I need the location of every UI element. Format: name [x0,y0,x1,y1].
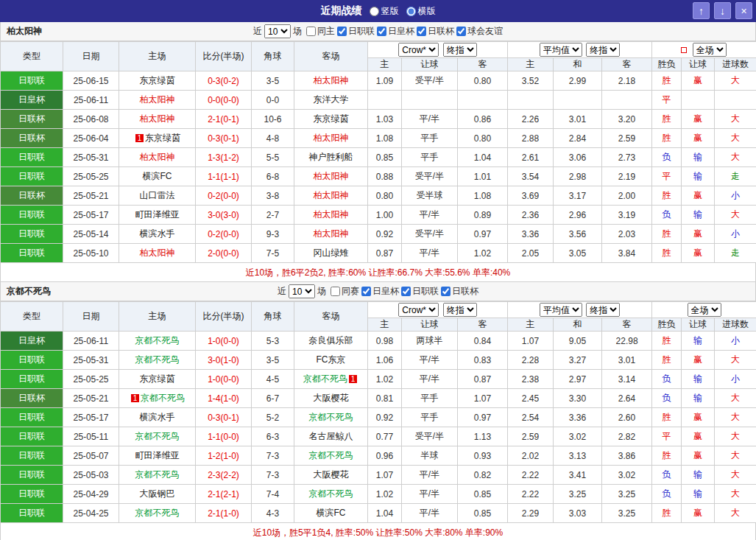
checkbox-input[interactable] [377,27,386,36]
filter-checkbox[interactable]: 日职联 [337,25,375,38]
odds-cell: 平/半 [402,485,458,504]
corner-cell: 6-8 [252,167,294,186]
final-odds-select[interactable]: 终指 [443,303,477,317]
away-team-cell: 东京绿茵 [294,110,368,129]
final-odds-select-2[interactable]: 终指 [586,303,620,317]
layout-radio-vertical[interactable]: 竖版 [370,5,399,18]
away-team-cell: 大阪樱花 [294,466,368,485]
checkbox-input[interactable] [417,27,426,36]
filter-checkbox[interactable]: 日联杯 [441,285,478,298]
average-select[interactable]: 平均值 [540,303,582,317]
odds-cell [368,91,402,110]
filter-bar: 近 10 场 同赛日皇杯日职联日联杯 [278,284,478,298]
home-team-cell: 柏太阳神 [119,148,196,167]
bookmaker-select[interactable]: Crow* [398,303,439,317]
home-team-cell: 大阪钢巴 [119,485,196,504]
col-home-odds: 主 [368,318,402,332]
final-odds-select[interactable]: 终指 [443,43,477,57]
average-select[interactable]: 平均值 [540,43,582,57]
match-row: 日联杯25-05-21山口雷法0-2(0-0)3-8柏太阳神0.80受半球1.0… [1,186,756,206]
filter-checkbox[interactable]: 同赛 [331,285,359,298]
odds-cell: 2.61 [508,148,554,167]
col-date: 日期 [63,302,119,332]
date-cell: 25-06-04 [63,129,119,148]
col-result: 胜负 [652,58,682,71]
filter-checkbox[interactable]: 日职联 [401,285,439,298]
odds-cell: 1.09 [368,71,402,91]
vertical-radio-input[interactable] [370,7,379,16]
section-header-2: 京都不死鸟 近 10 场 同赛日皇杯日职联日联杯 [0,282,756,301]
summary-row-1: 近10场，胜6平2负2, 胜率:60% 让胜率:66.7% 大率:55.6% 单… [0,263,756,282]
col-goals-result: 进球数 [715,318,756,332]
col-result: 胜负 [652,318,682,332]
result-cell: 胜 [652,332,682,351]
score-cell: 2-1(1-0) [196,504,252,523]
league-type-cell: 日职联 [1,427,63,446]
league-type-cell: 日联杯 [1,129,63,148]
col-type: 类型 [1,42,63,71]
team-name: 京都不死鸟 [303,374,347,384]
bookmaker-select[interactable]: Crow* [398,43,439,57]
odds-cell: 2.38 [508,370,554,389]
fullmatch-select[interactable]: 全场 [693,43,727,57]
fullmatch-select[interactable]: 全场 [688,303,721,317]
horizontal-radio-input[interactable] [406,7,416,16]
match-row: 日职联25-05-03京都不死鸟2-3(2-2)7-3大阪樱花1.07平/半0.… [1,466,756,485]
filter-checkbox[interactable]: 日皇杯 [361,285,399,298]
result-cell: 赢 [682,71,715,91]
score-cell: 1-0(0-0) [196,332,252,351]
checkbox-label: 日职联 [412,285,439,298]
close-button[interactable]: × [735,2,752,19]
filter-checkbox[interactable]: 日联杯 [417,25,454,38]
odds-cell: 0.97 [458,408,508,427]
checkbox-input[interactable] [441,287,451,296]
odds-cell: 0.80 [458,129,508,148]
col-goals-result: 进球数 [715,58,756,71]
team-name: 横滨FC [317,508,346,518]
checkbox-input[interactable] [456,27,466,36]
filter-checkbox[interactable]: 球会友谊 [456,25,503,38]
date-cell: 25-05-21 [63,186,119,206]
checkbox-input[interactable] [331,287,340,296]
col-avg-home: 主 [508,58,554,71]
home-team-cell: 柏太阳神 [119,244,196,263]
team-name: 奈良俱乐部 [309,335,353,346]
close-icon: × [741,5,746,17]
final-odds-select-2[interactable]: 终指 [586,43,620,57]
move-down-button[interactable]: ↓ [714,2,731,19]
odds-cell: 平手 [402,148,458,167]
odds-cell: 1.04 [458,148,508,167]
odds-cell: 3.25 [602,504,652,523]
checkbox-input[interactable] [337,27,347,36]
odds-cell: 平/半 [402,244,458,263]
odds-cell: 2.82 [602,427,652,446]
result-cell: 负 [652,148,682,167]
move-up-button[interactable]: ↑ [693,2,710,19]
score-cell: 0-2(0-0) [196,225,252,244]
games-label: 场 [293,25,302,38]
odds-cell: 0.87 [458,370,508,389]
filter-checkbox[interactable]: 日皇杯 [377,25,414,38]
team-name: 京都不死鸟 [141,393,185,403]
col-score: 比分(半场) [196,302,252,332]
filter-checkbox[interactable]: 同主 [306,25,335,38]
page-title: 近期战绩 [321,4,362,18]
match-count-select[interactable]: 10 [289,284,315,298]
team-name: 横滨FC [143,171,172,181]
checkbox-input[interactable] [361,287,371,296]
checkbox-input[interactable] [401,287,411,296]
odds-cell: 22.98 [602,332,652,351]
layout-radio-horizontal[interactable]: 横版 [406,5,436,18]
corner-cell: 4-3 [252,504,294,523]
score-cell: 1-1(1-1) [196,167,252,186]
result-cell: 大 [715,408,756,427]
section-header-1: 柏太阳神 近 10 场 同主日职联日皇杯日联杯球会友谊 [0,22,756,41]
checkbox-input[interactable] [306,27,316,36]
result-cell: 胜 [652,71,682,91]
away-team-cell: 京都不死鸟 [294,485,368,504]
match-row: 日职联25-05-17町田泽维亚3-0(3-0)2-7柏太阳神1.00平/半0.… [1,206,756,225]
match-count-select[interactable]: 10 [264,24,291,38]
result-cell: 大 [715,389,756,408]
home-team-cell: 东京绿茵 [119,370,196,389]
odds-cell: 平/半 [402,351,458,370]
